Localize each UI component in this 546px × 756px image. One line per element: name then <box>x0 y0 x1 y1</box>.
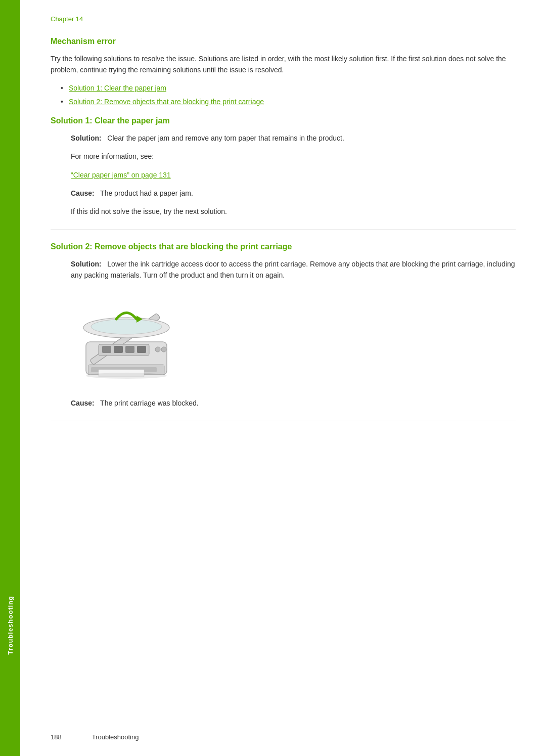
solution-link-1: Solution 1: Clear the paper jam <box>61 83 516 94</box>
svg-point-6 <box>91 319 162 334</box>
solution2-title: Solution 2: Remove objects that are bloc… <box>51 242 516 251</box>
sidebar-label: Troubleshooting <box>7 596 14 655</box>
cause1-label: Cause: <box>71 189 95 197</box>
solution1-label: Solution: <box>71 134 102 142</box>
solution2-section: Solution 2: Remove objects that are bloc… <box>51 242 516 409</box>
divider-1 <box>51 230 516 230</box>
solution-2-link[interactable]: Solution 2: Remove objects that are bloc… <box>69 98 264 106</box>
svg-rect-11 <box>125 346 134 353</box>
svg-rect-12 <box>137 346 146 353</box>
mechanism-error-intro: Try the following solutions to resolve t… <box>51 53 516 76</box>
clear-paper-jams-link[interactable]: “Clear paper jams” on page 131 <box>71 171 171 179</box>
solution2-label: Solution: <box>71 260 102 268</box>
cause1-text: The product had a paper jam. <box>100 189 193 197</box>
solution1-text: Solution: Clear the paper jam and remove… <box>71 132 516 144</box>
solution2-body: Solution: Lower the ink cartridge access… <box>71 258 516 281</box>
solution2-cause: Cause: The print carriage was blocked. <box>71 397 516 409</box>
sidebar: Troubleshooting <box>0 0 20 756</box>
svg-point-13 <box>155 347 160 352</box>
solution2-content: Lower the ink cartridge access door to a… <box>71 260 515 279</box>
svg-rect-10 <box>114 346 123 353</box>
solution1-body: Solution: Clear the paper jam and remove… <box>71 132 516 217</box>
solution-link-2: Solution 2: Remove objects that are bloc… <box>61 97 516 107</box>
printer-illustration <box>71 291 182 387</box>
mechanism-error-title: Mechanism error <box>51 37 516 46</box>
svg-point-15 <box>86 373 167 379</box>
solution1-more-info: For more information, see: <box>71 151 516 162</box>
svg-point-14 <box>161 347 166 352</box>
divider-2 <box>51 421 516 421</box>
solution-1-link[interactable]: Solution 1: Clear the paper jam <box>69 84 166 92</box>
solution1-content: Clear the paper jam and remove any torn … <box>107 134 344 142</box>
solution1-section: Solution 1: Clear the paper jam Solution… <box>51 116 516 217</box>
cause2-text: The print carriage was blocked. <box>100 399 199 407</box>
cause2-label: Cause: <box>71 399 95 407</box>
chapter-header: Chapter 14 <box>51 15 516 23</box>
page-footer: 188 Troubleshooting <box>51 733 139 741</box>
solution2-text: Solution: Lower the ink cartridge access… <box>71 258 516 281</box>
solution1-link-line: “Clear paper jams” on page 131 <box>71 169 516 181</box>
main-content: Chapter 14 Mechanism error Try the follo… <box>20 0 546 756</box>
page-container: Troubleshooting Chapter 14 Mechanism err… <box>0 0 546 756</box>
solution1-title: Solution 1: Clear the paper jam <box>51 116 516 125</box>
solution2-cause-block: Cause: The print carriage was blocked. <box>71 397 516 409</box>
svg-rect-9 <box>102 346 111 353</box>
solution1-cause: Cause: The product had a paper jam. <box>71 188 516 199</box>
solution1-next: If this did not solve the issue, try the… <box>71 206 516 217</box>
mechanism-error-section: Mechanism error Try the following soluti… <box>51 37 516 107</box>
printer-svg <box>71 291 182 387</box>
solution-links-list: Solution 1: Clear the paper jam Solution… <box>61 83 516 107</box>
footer-section-label: Troubleshooting <box>92 733 139 741</box>
footer-page-number: 188 <box>51 733 62 741</box>
